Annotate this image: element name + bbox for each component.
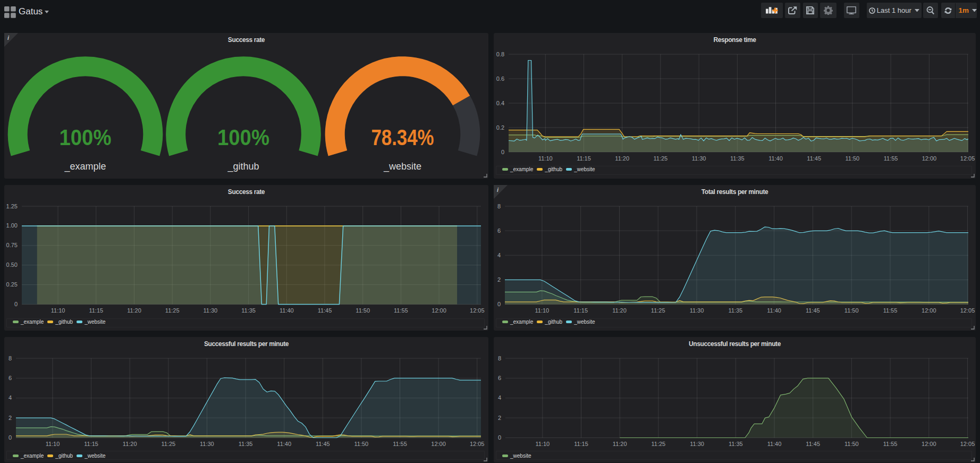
- svg-text:6: 6: [497, 228, 501, 234]
- svg-text:2: 2: [497, 276, 501, 283]
- svg-text:4: 4: [497, 252, 501, 258]
- svg-text:11:40: 11:40: [767, 441, 782, 447]
- svg-text:11:10: 11:10: [538, 155, 553, 162]
- svg-text:4: 4: [9, 394, 12, 401]
- svg-text:11:10: 11:10: [51, 307, 65, 314]
- svg-text:_example: _example: [64, 161, 106, 172]
- svg-text:4: 4: [498, 394, 501, 401]
- svg-text:11:30: 11:30: [692, 155, 706, 162]
- svg-text:11:40: 11:40: [277, 441, 291, 447]
- svg-text:11:10: 11:10: [46, 441, 60, 447]
- svg-text:11:35: 11:35: [239, 441, 253, 447]
- svg-text:12:00: 12:00: [922, 307, 936, 314]
- svg-text:11:50: 11:50: [354, 441, 369, 447]
- svg-text:0: 0: [14, 301, 18, 307]
- svg-text:11:25: 11:25: [161, 441, 175, 447]
- svg-text:1.25: 1.25: [6, 203, 18, 209]
- svg-text:11:25: 11:25: [654, 155, 668, 162]
- svg-text:8: 8: [497, 203, 501, 209]
- svg-text:78.34%: 78.34%: [371, 124, 434, 150]
- svg-text:11:35: 11:35: [730, 155, 745, 162]
- svg-text:12:00: 12:00: [432, 307, 446, 314]
- svg-text:11:30: 11:30: [690, 307, 704, 314]
- svg-text:11:35: 11:35: [728, 307, 742, 314]
- svg-text:0.50: 0.50: [6, 262, 18, 268]
- svg-text:11:15: 11:15: [573, 307, 588, 314]
- svg-text:0.6: 0.6: [496, 75, 504, 82]
- svg-text:12:05: 12:05: [960, 441, 975, 447]
- svg-text:11:50: 11:50: [844, 307, 859, 314]
- svg-text:11:50: 11:50: [356, 307, 370, 314]
- svg-text:11:20: 11:20: [127, 307, 141, 314]
- svg-text:100%: 100%: [60, 124, 112, 150]
- svg-text:11:20: 11:20: [613, 441, 627, 447]
- svg-text:11:55: 11:55: [393, 441, 407, 447]
- svg-text:11:40: 11:40: [767, 307, 781, 314]
- svg-text:11:15: 11:15: [577, 155, 591, 162]
- svg-text:6: 6: [9, 375, 12, 381]
- svg-text:12:05: 12:05: [960, 155, 975, 162]
- svg-text:0.75: 0.75: [6, 242, 18, 248]
- svg-text:12:00: 12:00: [922, 441, 936, 447]
- svg-text:12:05: 12:05: [960, 307, 975, 314]
- svg-text:_github: _github: [227, 161, 259, 172]
- svg-text:11:30: 11:30: [690, 441, 704, 447]
- svg-text:2: 2: [9, 415, 12, 421]
- svg-text:100%: 100%: [217, 124, 269, 150]
- svg-text:0: 0: [9, 434, 12, 441]
- svg-text:11:45: 11:45: [806, 307, 820, 314]
- svg-text:0: 0: [501, 149, 504, 155]
- svg-text:11:20: 11:20: [615, 155, 629, 162]
- svg-text:11:15: 11:15: [574, 441, 588, 447]
- svg-text:11:55: 11:55: [883, 307, 898, 314]
- svg-text:11:45: 11:45: [316, 441, 330, 447]
- svg-text:11:30: 11:30: [200, 441, 214, 447]
- svg-text:12:00: 12:00: [922, 155, 937, 162]
- svg-text:12:05: 12:05: [470, 307, 485, 314]
- svg-text:2: 2: [498, 415, 501, 421]
- svg-text:11:55: 11:55: [394, 307, 408, 314]
- svg-text:0.8: 0.8: [496, 51, 504, 57]
- svg-text:11:45: 11:45: [318, 307, 332, 314]
- svg-text:11:25: 11:25: [652, 441, 666, 447]
- svg-text:11:45: 11:45: [806, 441, 820, 447]
- svg-text:11:35: 11:35: [729, 441, 743, 447]
- svg-text:11:10: 11:10: [535, 307, 550, 314]
- svg-text:11:40: 11:40: [280, 307, 294, 314]
- svg-text:0.2: 0.2: [496, 124, 504, 131]
- svg-text:_website: _website: [383, 161, 421, 172]
- svg-text:11:45: 11:45: [807, 155, 821, 162]
- svg-text:11:25: 11:25: [165, 307, 180, 314]
- svg-text:1.00: 1.00: [6, 222, 18, 229]
- svg-text:11:40: 11:40: [768, 155, 783, 162]
- svg-text:11:25: 11:25: [651, 307, 665, 314]
- svg-text:8: 8: [498, 355, 501, 361]
- svg-text:0: 0: [497, 301, 501, 307]
- svg-text:11:10: 11:10: [535, 441, 550, 447]
- svg-text:11:55: 11:55: [883, 441, 898, 447]
- svg-text:11:35: 11:35: [241, 307, 256, 314]
- svg-text:11:50: 11:50: [844, 441, 859, 447]
- svg-text:0: 0: [498, 434, 501, 441]
- svg-text:11:50: 11:50: [846, 155, 860, 162]
- svg-text:6: 6: [498, 375, 501, 381]
- svg-text:12:00: 12:00: [431, 441, 446, 447]
- svg-text:11:20: 11:20: [123, 441, 137, 447]
- svg-text:11:15: 11:15: [84, 441, 98, 447]
- svg-text:0.4: 0.4: [496, 100, 504, 106]
- svg-text:12:05: 12:05: [470, 441, 485, 447]
- svg-text:0.25: 0.25: [6, 281, 18, 288]
- svg-text:8: 8: [9, 355, 12, 361]
- svg-text:11:20: 11:20: [612, 307, 627, 314]
- svg-text:11:30: 11:30: [204, 307, 218, 314]
- svg-text:11:55: 11:55: [884, 155, 898, 162]
- svg-text:11:15: 11:15: [89, 307, 103, 314]
